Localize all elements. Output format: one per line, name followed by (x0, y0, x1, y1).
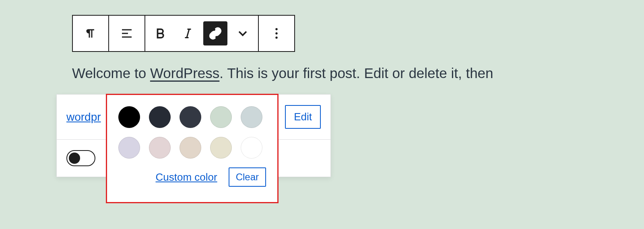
align-icon (120, 26, 134, 41)
align-button[interactable] (111, 16, 143, 51)
chevron-down-icon (235, 26, 250, 41)
paragraph-link[interactable]: WordPress (150, 65, 219, 81)
color-swatch[interactable] (118, 106, 140, 128)
color-swatch[interactable] (149, 137, 171, 159)
block-toolbar (72, 15, 295, 52)
color-swatches (118, 106, 266, 159)
more-icon (269, 26, 284, 41)
paragraph-icon (83, 26, 98, 41)
color-swatch[interactable] (180, 106, 201, 128)
paragraph-post: . This is your first post. Edit or delet… (219, 65, 493, 81)
color-swatch[interactable] (118, 137, 140, 159)
color-swatch[interactable] (241, 137, 262, 159)
color-swatch[interactable] (210, 137, 232, 159)
color-popover-footer: Custom color Clear (118, 167, 266, 187)
edit-link-button[interactable]: Edit (285, 105, 321, 129)
open-new-tab-toggle[interactable] (66, 150, 95, 166)
bold-icon (153, 26, 168, 41)
svg-point-8 (275, 37, 277, 39)
color-swatch[interactable] (241, 106, 262, 128)
color-swatch[interactable] (180, 137, 201, 159)
italic-icon (181, 26, 195, 41)
bold-button[interactable] (147, 16, 174, 51)
svg-line-3 (187, 29, 189, 38)
link-button[interactable] (203, 21, 227, 45)
italic-button[interactable] (174, 16, 202, 51)
paragraph-pre: Welcome to (72, 65, 150, 81)
paragraph-content[interactable]: Welcome to WordPress. This is your first… (72, 65, 493, 81)
svg-point-6 (275, 28, 277, 30)
link-icon (208, 26, 223, 41)
color-swatch[interactable] (149, 106, 171, 128)
link-url-preview[interactable]: wordpr (66, 111, 101, 124)
more-options-button[interactable] (260, 16, 293, 51)
svg-point-7 (275, 32, 277, 34)
more-formatting-button[interactable] (229, 16, 256, 51)
color-picker-popover: Custom color Clear (106, 94, 279, 203)
custom-color-link[interactable]: Custom color (155, 171, 217, 184)
clear-color-button[interactable]: Clear (229, 167, 266, 187)
paragraph-block-button[interactable] (74, 16, 107, 51)
color-swatch[interactable] (210, 106, 232, 128)
